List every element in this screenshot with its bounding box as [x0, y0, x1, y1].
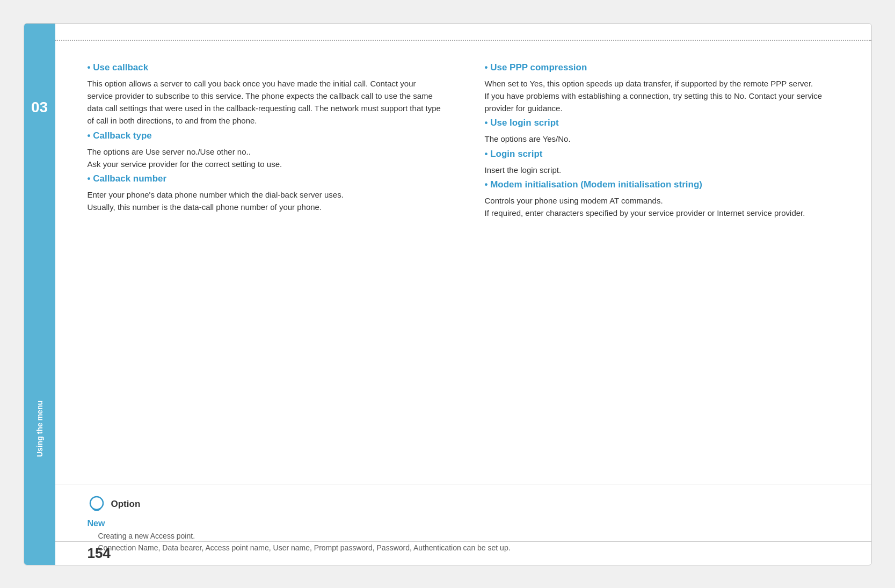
sidebar-tab: 03 Using the menu — [24, 24, 55, 565]
page-number-bar: 154 — [55, 541, 871, 565]
main-content: • Use callback This option allows a serv… — [55, 24, 871, 565]
modem-init-title: • Modem initialisation (Modem initialisa… — [485, 179, 839, 190]
section-ppp-compression: • Use PPP compression When set to Yes, t… — [485, 62, 839, 115]
new-label: New — [88, 519, 839, 528]
ppp-title: • Use PPP compression — [485, 62, 839, 73]
callback-number-text: Enter your phone's data phone number whi… — [88, 188, 442, 214]
left-column: • Use callback This option allows a serv… — [88, 62, 453, 474]
option-header: Option — [88, 495, 839, 513]
section-modem-init: • Modem initialisation (Modem initialisa… — [485, 179, 839, 220]
section-login-script: • Use login script The options are Yes/N… — [485, 118, 839, 145]
section-login-script-insert: • Login script Insert the login script. — [485, 149, 839, 176]
option-label: Option — [111, 499, 141, 510]
section-use-callback: • Use callback This option allows a serv… — [88, 62, 442, 127]
option-icon — [88, 495, 106, 513]
use-callback-title: • Use callback — [88, 62, 442, 73]
callback-number-title: • Callback number — [88, 173, 442, 184]
ppp-text: When set to Yes, this option speeds up d… — [485, 77, 839, 115]
use-callback-text: This option allows a server to call you … — [88, 77, 442, 127]
right-column: • Use PPP compression When set to Yes, t… — [474, 62, 839, 474]
svg-point-0 — [90, 497, 103, 510]
dotted-border — [55, 40, 871, 41]
section-callback-type: • Callback type The options are Use serv… — [88, 130, 442, 171]
use-login-script-title: • Use login script — [485, 118, 839, 128]
page-container: 03 Using the menu • Use callback This op… — [24, 23, 872, 565]
modem-init-text: Controls your phone using modem AT comma… — [485, 194, 839, 220]
use-login-script-text: The options are Yes/No. — [485, 133, 839, 145]
login-script-title: • Login script — [485, 149, 839, 159]
sidebar-label-container: Using the menu — [24, 401, 55, 457]
callback-type-text: The options are Use server no./Use other… — [88, 146, 442, 171]
callback-type-title: • Callback type — [88, 130, 442, 141]
page-number: 154 — [88, 545, 111, 562]
sidebar-label: Using the menu — [35, 401, 44, 457]
section-callback-number: • Callback number Enter your phone's dat… — [88, 173, 442, 214]
login-script-text: Insert the login script. — [485, 164, 839, 176]
content-area: • Use callback This option allows a serv… — [55, 57, 871, 484]
chapter-number: 03 — [31, 99, 48, 116]
